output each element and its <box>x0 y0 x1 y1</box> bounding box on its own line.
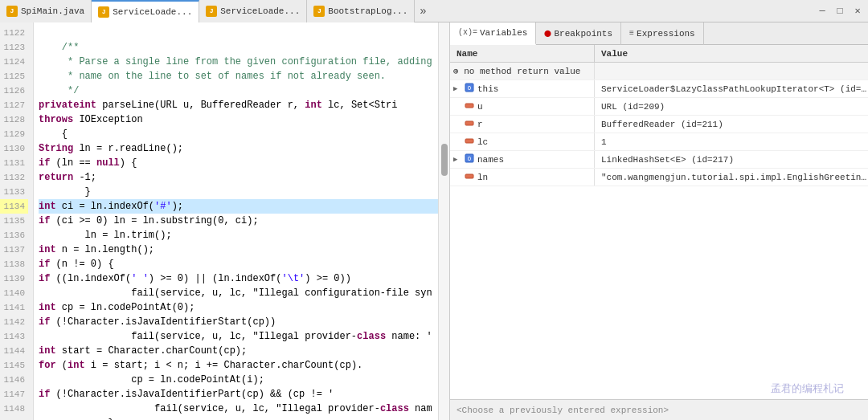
code-line[interactable]: if (ci >= 0) ln = ln.substring(0, ci); <box>39 214 438 228</box>
code-line[interactable]: int cp = ln.codePointAt(0); <box>39 300 438 315</box>
var-value-cell: BufferedReader (id=211) <box>595 120 868 129</box>
code-line[interactable]: { <box>39 127 438 141</box>
var-name-cell: u <box>450 98 595 115</box>
svg-text:o: o <box>468 84 472 92</box>
java-icon: J <box>206 6 217 17</box>
field-icon <box>465 171 476 183</box>
tab-variables[interactable]: (x)= Variables <box>450 22 536 45</box>
svg-rect-4 <box>465 139 473 143</box>
tab-breakpoints[interactable]: ⬤ Breakpoints <box>536 22 621 45</box>
java-icon: J <box>313 6 325 17</box>
object-icon: o <box>465 83 476 95</box>
maximize-button[interactable]: □ <box>833 4 847 18</box>
expand-arrow-icon[interactable]: ▶ <box>453 155 463 164</box>
line-number: 1123 <box>0 40 28 55</box>
code-line[interactable]: */ <box>39 84 438 98</box>
object-icon: o <box>465 153 476 165</box>
line-number: 1127 <box>0 98 28 112</box>
breakpoints-icon: ⬤ <box>544 30 551 37</box>
code-line[interactable]: /** <box>39 40 438 55</box>
tab-bootstraplog[interactable]: J BootstrapLog... <box>307 0 415 22</box>
tab-spimain[interactable]: J SpiMain.java <box>0 0 92 22</box>
code-line[interactable]: private int parseLine(URL u, BufferedRea… <box>39 98 438 112</box>
code-line[interactable]: fail(service, u, lc, "Illegal provider-c… <box>39 402 438 416</box>
line-number: 1130 <box>0 141 28 156</box>
line-number: 1143 <box>0 329 28 344</box>
tab-bootstraplog-label: BootstrapLog... <box>328 6 407 16</box>
tab-more-button[interactable]: » <box>415 5 431 18</box>
code-line[interactable]: throws IOException <box>39 112 438 127</box>
tab-serviceloader2[interactable]: J ServiceLoade... <box>199 0 307 22</box>
tab-serviceloader2-label: ServiceLoade... <box>220 6 300 16</box>
line-number: 1144 <box>0 344 28 358</box>
no-return-cell: ⊕ no method return value <box>450 63 595 80</box>
expression-placeholder: <Choose a previously entered expression> <box>457 406 669 415</box>
code-line[interactable]: if (!Character.isJavaIdentifierStart(cp)… <box>39 315 438 329</box>
expressions-icon: ≡ <box>629 29 634 38</box>
line-number: 1140 <box>0 286 28 300</box>
code-line[interactable]: if (ln == null) { <box>39 156 438 170</box>
variable-row[interactable]: ln"com.wangmengjun.tutorial.spi.impl.Eng… <box>450 169 868 186</box>
var-name-cell: ln <box>450 169 595 186</box>
code-line[interactable]: ln = ln.trim(); <box>39 228 438 243</box>
line-number: 1124 <box>0 55 28 69</box>
code-line[interactable]: if (n != 0) { <box>39 257 438 271</box>
var-value-cell: ServiceLoader$LazyClassPathLookupIterato… <box>595 84 868 94</box>
code-line[interactable]: fail(service, u, lc, "Illegal provider-c… <box>39 329 438 344</box>
line-numbers: 1122112311241125112611271128112911301131… <box>0 22 34 420</box>
minimize-button[interactable]: — <box>815 4 829 18</box>
expression-bar[interactable]: <Choose a previously entered expression> <box>450 399 868 420</box>
expand-arrow-icon[interactable]: ▶ <box>453 84 463 93</box>
code-lines[interactable]: /** * Parse a single line from the given… <box>34 22 438 420</box>
code-line[interactable]: int start = Character.charCount(cp); <box>39 344 438 358</box>
tab-expressions[interactable]: ≡ Expressions <box>621 22 704 45</box>
code-line[interactable]: fail(service, u, lc, "Illegal configurat… <box>39 286 438 300</box>
variables-icon: (x)= <box>458 28 477 37</box>
close-button[interactable]: ✕ <box>850 4 865 18</box>
var-name: this <box>477 84 498 94</box>
line-number: 1125 <box>0 69 28 84</box>
line-number: 1128 <box>0 112 28 127</box>
code-line[interactable]: String ln = r.readLine(); <box>39 141 438 156</box>
scrollbar[interactable] <box>438 22 449 420</box>
code-line[interactable]: int ci = ln.indexOf('#'); <box>39 199 438 214</box>
main-area: 1122112311241125112611271128112911301131… <box>0 22 868 420</box>
line-number: 1126 <box>0 84 28 98</box>
svg-rect-3 <box>465 121 473 125</box>
variable-row[interactable]: uURL (id=209) <box>450 98 868 116</box>
tab-serviceloader1[interactable]: J ServiceLoade... <box>92 0 199 22</box>
code-line[interactable]: cp = ln.codePointAt(i); <box>39 373 438 387</box>
variable-row[interactable]: lc1 <box>450 133 868 151</box>
code-line[interactable]: if ((ln.indexOf(' ') >= 0) || (ln.indexO… <box>39 271 438 286</box>
code-line[interactable]: int n = ln.length(); <box>39 243 438 257</box>
code-container[interactable]: 1122112311241125112611271128112911301131… <box>0 22 449 420</box>
code-line[interactable] <box>39 26 438 40</box>
variable-row[interactable]: ▶onamesLinkedHashSet<E> (id=217) <box>450 151 868 169</box>
line-number: 1149 <box>0 416 28 420</box>
code-line[interactable]: for (int i = start; i < n; i += Characte… <box>39 358 438 373</box>
variable-row[interactable]: rBufferedReader (id=211) <box>450 116 868 133</box>
code-line[interactable]: } <box>39 185 438 199</box>
line-number: 1132 <box>0 170 28 185</box>
code-line[interactable]: } <box>39 416 438 420</box>
tab-expressions-label: Expressions <box>637 29 695 39</box>
field-icon <box>465 100 476 112</box>
line-number: 1122 <box>0 26 28 40</box>
line-number: 1129 <box>0 127 28 141</box>
code-line[interactable]: * name on the line to set of names if no… <box>39 69 438 84</box>
name-column-header: Name <box>450 45 595 62</box>
panel-tab-bar: (x)= Variables ⬤ Breakpoints ≡ Expressio… <box>450 22 868 45</box>
code-line[interactable]: return -1; <box>39 170 438 185</box>
variable-row[interactable]: ▶othisServiceLoader$LazyClassPathLookupI… <box>450 80 868 98</box>
code-line[interactable]: if (!Character.isJavaIdentifierPart(cp) … <box>39 387 438 402</box>
value-column-header: Value <box>595 49 868 59</box>
line-number: 1135 <box>0 214 28 228</box>
line-number: 1141 <box>0 300 28 315</box>
editor-panel: 1122112311241125112611271128112911301131… <box>0 22 450 420</box>
line-number: 1145 <box>0 358 28 373</box>
code-line[interactable]: * Parse a single line from the given con… <box>39 55 438 69</box>
var-value-cell: 1 <box>595 137 868 147</box>
tab-bar: J SpiMain.java J ServiceLoade... J Servi… <box>0 0 868 22</box>
scrollbar-thumb[interactable] <box>441 144 448 176</box>
tab-spimain-label: SpiMain.java <box>21 6 84 16</box>
